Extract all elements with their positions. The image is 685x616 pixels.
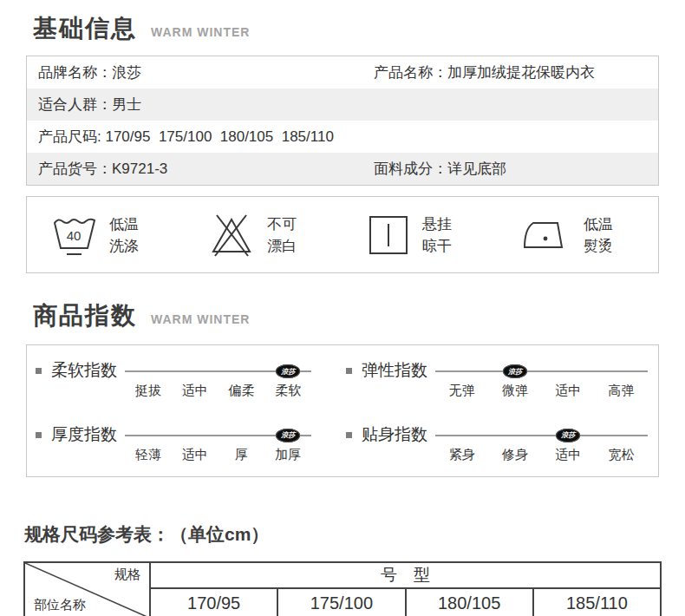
care-item-wash: 40 低温 洗涤	[53, 212, 139, 259]
target-group-cell: 适合人群：男士	[27, 95, 658, 115]
section-title: 商品指数	[33, 299, 137, 332]
tick-labels: 无弹微弹适中高弹	[435, 383, 648, 399]
slider-label: 贴身指数	[362, 423, 427, 446]
wash-low-temp-icon: 40	[53, 212, 96, 259]
product-sizes-cell: 产品尺码: 170/95 175/100 180/105 185/110	[27, 127, 658, 147]
basic-info-table: 品牌名称：浪莎 产品名称：加厚加绒提花保暖内衣 适合人群：男士 产品尺码: 17…	[26, 56, 659, 186]
iron-low-temp-icon	[522, 217, 571, 253]
care-item-iron: 低温 熨烫	[522, 213, 613, 257]
slider-label: 柔软指数	[51, 359, 117, 382]
no-bleach-icon	[209, 212, 254, 259]
table-row: 产品尺码: 170/95 175/100 180/105 185/110	[27, 121, 658, 153]
tick-labels: 挺拔适中偏柔柔软	[125, 383, 311, 399]
elasticity-slider: 浪莎 无弹微弹适中高弹	[435, 359, 648, 399]
part-corner-label: 部位名称	[34, 597, 86, 613]
slider-row-thickness: 厚度指数 浪莎 轻薄适中厚加厚	[27, 423, 342, 477]
square-bullet-icon	[346, 432, 352, 438]
square-bullet-icon	[36, 368, 42, 374]
table-row: 产品货号：K9721-3 面料成分：详见底部	[27, 153, 658, 185]
spec-corner-label: 规格	[114, 567, 140, 583]
care-label: 不可 漂白	[267, 213, 297, 257]
table-row: 规格 部位名称 号 型	[24, 562, 661, 588]
section-watermark: WARM WINTER	[151, 25, 250, 39]
product-index-header: 商品指数 WARM WINTER	[33, 299, 685, 332]
slider-track	[435, 370, 648, 372]
thickness-slider: 浪莎 轻薄适中厚加厚	[125, 423, 311, 463]
care-label: 低温 熨烫	[584, 213, 613, 257]
brand-marker-icon: 浪莎	[276, 364, 300, 378]
brand-marker-icon: 浪莎	[503, 364, 527, 378]
brand-marker-icon: 浪莎	[276, 429, 300, 442]
square-bullet-icon	[346, 368, 352, 374]
care-instructions-box: 40 低温 洗涤 不可 漂白 悬挂 晾干	[26, 196, 659, 273]
section-title: 基础信息	[33, 12, 137, 45]
size-chart-title: 规格尺码参考表：（单位cm）	[24, 522, 685, 547]
slider-label: 弹性指数	[362, 359, 427, 382]
tick-labels: 紧身修身适中宽松	[435, 447, 648, 463]
slider-label: 厚度指数	[51, 423, 117, 446]
square-bullet-icon	[36, 432, 42, 438]
size-cell: 180/105	[406, 588, 533, 616]
product-index-box: 柔软指数 浪莎 挺拔适中偏柔柔软 弹性指数 浪莎 无弹微弹适中高弹 厚度指数 浪…	[26, 344, 659, 477]
fit-slider: 浪莎 紧身修身适中宽松	[435, 423, 648, 463]
product-name-cell: 产品名称：加厚加绒提花保暖内衣	[374, 62, 658, 82]
diagonal-header-cell: 规格 部位名称	[24, 562, 150, 616]
care-item-bleach: 不可 漂白	[209, 212, 297, 259]
table-row: 品牌名称：浪莎 产品名称：加厚加绒提花保暖内衣	[27, 56, 658, 88]
care-item-dry: 悬挂 晾干	[368, 213, 452, 257]
basic-info-header: 基础信息 WARM WINTER	[33, 12, 685, 45]
tick-labels: 轻薄适中厚加厚	[125, 447, 311, 463]
care-label: 低温 洗涤	[109, 213, 139, 257]
size-group-header: 号 型	[150, 562, 661, 588]
brand-name-cell: 品牌名称：浪莎	[27, 62, 374, 82]
brand-marker-icon: 浪莎	[556, 429, 580, 442]
section-watermark: WARM WINTER	[151, 312, 250, 326]
size-cell: 185/110	[533, 588, 661, 616]
size-cell: 170/95	[150, 588, 277, 616]
hang-dry-icon	[368, 214, 409, 256]
size-cell: 175/100	[277, 588, 405, 616]
size-reference-table: 规格 部位名称 号 型 170/95 175/100 180/105 185/1…	[23, 561, 662, 616]
fabric-cell: 面料成分：详见底部	[374, 159, 658, 179]
product-code-cell: 产品货号：K9721-3	[27, 159, 374, 179]
care-label: 悬挂 晾干	[422, 213, 452, 257]
slider-row-elasticity: 弹性指数 浪莎 无弹微弹适中高弹	[342, 359, 658, 413]
softness-slider: 浪莎 挺拔适中偏柔柔软	[125, 359, 311, 399]
slider-row-fit: 贴身指数 浪莎 紧身修身适中宽松	[342, 423, 658, 477]
table-row: 适合人群：男士	[27, 88, 658, 121]
svg-text:40: 40	[67, 228, 82, 243]
slider-track	[435, 435, 648, 436]
slider-row-softness: 柔软指数 浪莎 挺拔适中偏柔柔软	[27, 359, 342, 413]
